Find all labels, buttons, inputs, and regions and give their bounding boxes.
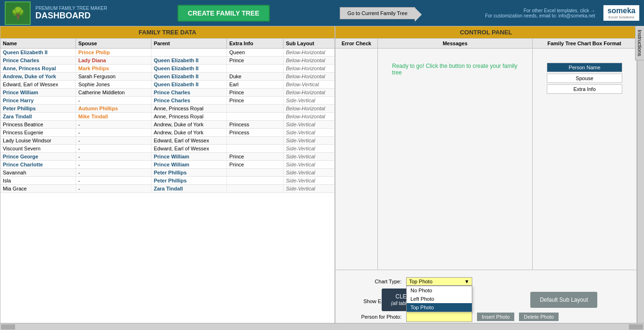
table-row[interactable]: Andrew, Duke of YorkSarah FergusonQueen … [0, 73, 335, 81]
cell-parent [151, 49, 227, 56]
cell-name: Edward, Earl of Wessex [0, 81, 76, 88]
header-left: 🌳 PREMIUM FAMILY TREE MAKER DASHBOARD [5, 1, 107, 25]
bottom-section: CLEAR ALL INFO! (all table data and imag… [335, 279, 644, 321]
cell-spouse: - [76, 97, 151, 104]
cell-spouse: Autumn Phillips [76, 105, 151, 112]
header: 🌳 PREMIUM FAMILY TREE MAKER DASHBOARD CR… [0, 0, 644, 26]
scroll-right-btn[interactable] [629, 324, 643, 330]
table-row[interactable]: Edward, Earl of WessexSophie JonesQueen … [0, 81, 335, 89]
col-parent-header: Parent [151, 39, 227, 48]
cell-extra-info [227, 105, 284, 112]
col-sublayout-header: Sub Layout [284, 39, 335, 48]
ready-message: Ready to go! Click the button to create … [383, 53, 527, 85]
cell-spouse: - [76, 145, 151, 152]
scrollbar-bottom[interactable] [0, 323, 644, 330]
table-row[interactable]: Mia Grace-Zara TindallSide-Vertical [0, 185, 335, 193]
cell-extra-info [227, 113, 284, 120]
cell-name: Isla [0, 177, 76, 184]
table-row[interactable]: Lady Louise Windsor-Edward, Earl of Wess… [0, 137, 335, 145]
left-panel: FAMILY TREE DATA Name Spouse Parent Extr… [0, 26, 335, 330]
table-row[interactable]: Viscount Severn-Edward, Earl of WessexSi… [0, 145, 335, 153]
cell-parent: Queen Elizabeth II [151, 73, 227, 80]
premium-label: PREMIUM FAMILY TREE MAKER [35, 6, 107, 11]
cell-name: Viscount Severn [0, 145, 76, 152]
logo-tree-icon: 🌳 [11, 7, 25, 20]
cell-sub-layout: Below-Horizontal [284, 73, 335, 80]
cell-extra-info: Prince [227, 57, 284, 64]
cell-extra-info: Queen [227, 49, 284, 56]
table-row[interactable]: Prince CharlesLady DianaQueen Elizabeth … [0, 57, 335, 65]
goto-section: Go to Current Family Tree [340, 7, 415, 19]
cell-extra-info: Prince [227, 97, 284, 104]
logo-box: 🌳 [5, 1, 31, 25]
chart-type-dropdown-menu: No Photo Left Photo Top Photo [406, 286, 472, 312]
table-row[interactable]: Zara TindallMike TindallAnne, Princess R… [0, 113, 335, 121]
format-person-name: Person Name [547, 63, 622, 72]
cell-name: Andrew, Duke of York [0, 73, 76, 80]
goto-current-tree-button[interactable]: Go to Current Family Tree [340, 7, 415, 19]
error-check-header: Error Check [335, 39, 378, 48]
create-family-tree-button[interactable]: CREATE FAMILY TREE [177, 5, 269, 22]
table-row[interactable]: Isla-Peter PhillipsSide-Vertical [0, 177, 335, 185]
cell-extra-info [227, 169, 284, 176]
cell-parent: Peter Phillips [151, 177, 227, 184]
cell-name: Prince Harry [0, 97, 76, 104]
cell-name: Princess Eugenie [0, 129, 76, 136]
scroll-left-btn[interactable] [1, 324, 15, 330]
cell-extra-info: Princess [227, 121, 284, 128]
cell-sub-layout: Below-Horizontal [284, 113, 335, 120]
header-info-text: For other Excel templates, click → For c… [485, 8, 595, 18]
cell-spouse: - [76, 177, 151, 184]
table-row[interactable]: Princess Eugenie-Andrew, Duke of YorkPri… [0, 129, 335, 137]
cell-name: Peter Phillips [0, 105, 76, 112]
cell-parent: Edward, Earl of Wessex [151, 145, 227, 152]
cell-name: Lady Louise Windsor [0, 137, 76, 144]
instructions-tab[interactable]: Instructions [635, 26, 644, 60]
col-extra-header: Extra Info [227, 39, 284, 48]
someka-brand: someka [607, 7, 636, 15]
cell-parent: Prince William [151, 153, 227, 160]
table-row[interactable]: Anne, Princess RoyalMark PhilipsQueen El… [0, 65, 335, 73]
default-sub-layout-button[interactable]: Default Sub Layout [530, 292, 597, 308]
cell-spouse: - [76, 185, 151, 192]
cell-parent: Queen Elizabeth II [151, 57, 227, 64]
info-line1: For other Excel templates, click → [485, 8, 595, 13]
cell-spouse: - [76, 121, 151, 128]
cell-parent: Anne, Princess Royal [151, 113, 227, 120]
cell-spouse: - [76, 137, 151, 144]
cell-sub-layout: Side-Vertical [284, 161, 335, 168]
cell-parent: Zara Tindall [151, 185, 227, 192]
table-row[interactable]: Queen Elizabeth IIPrince PhilipQueenBelo… [0, 49, 335, 57]
cell-sub-layout: Below-Horizontal [284, 65, 335, 72]
cell-parent: Prince Charles [151, 89, 227, 96]
cell-sub-layout: Below-Vertical [284, 81, 335, 88]
cell-spouse: Sarah Ferguson [76, 73, 151, 80]
cell-spouse: Lady Diana [76, 57, 151, 64]
dashboard-label: DASHBOARD [35, 11, 107, 21]
format-spouse: Spouse [547, 74, 622, 83]
cell-extra-info [227, 137, 284, 144]
cell-sub-layout: Below-Horizontal [284, 57, 335, 64]
cell-extra-info: Prince [227, 153, 284, 160]
col-name-header: Name [0, 39, 76, 48]
control-panel-title: CONTROL PANEL [335, 26, 636, 39]
table-row[interactable]: Peter PhillipsAutumn PhillipsAnne, Princ… [0, 105, 335, 113]
table-row[interactable]: Prince WilliamCatherine MiddletonPrince … [0, 89, 335, 97]
table-row[interactable]: Prince George-Prince WilliamPrinceSide-V… [0, 153, 335, 161]
table-row[interactable]: Savannah-Peter PhillipsSide-Vertical [0, 169, 335, 177]
cell-spouse: - [76, 129, 151, 136]
option-no-photo[interactable]: No Photo [407, 286, 472, 295]
messages-header: Messages [378, 39, 533, 48]
cell-name: Queen Elizabeth II [0, 49, 76, 56]
cell-spouse: Catherine Middleton [76, 89, 151, 96]
cell-spouse: Mark Philips [76, 65, 151, 72]
table-row[interactable]: Princess Beatrice-Andrew, Duke of YorkPr… [0, 121, 335, 129]
cell-extra-info: Prince [227, 161, 284, 168]
cell-name: Princess Beatrice [0, 121, 76, 128]
option-left-photo[interactable]: Left Photo [407, 295, 472, 303]
table-row[interactable]: Prince Charlotte-Prince WilliamPrinceSid… [0, 161, 335, 169]
cell-extra-info: Prince [227, 89, 284, 96]
option-top-photo[interactable]: Top Photo [407, 303, 472, 312]
cell-sub-layout: Side-Vertical [284, 185, 335, 192]
table-row[interactable]: Prince Harry-Prince CharlesPrinceSide-Ve… [0, 97, 335, 105]
